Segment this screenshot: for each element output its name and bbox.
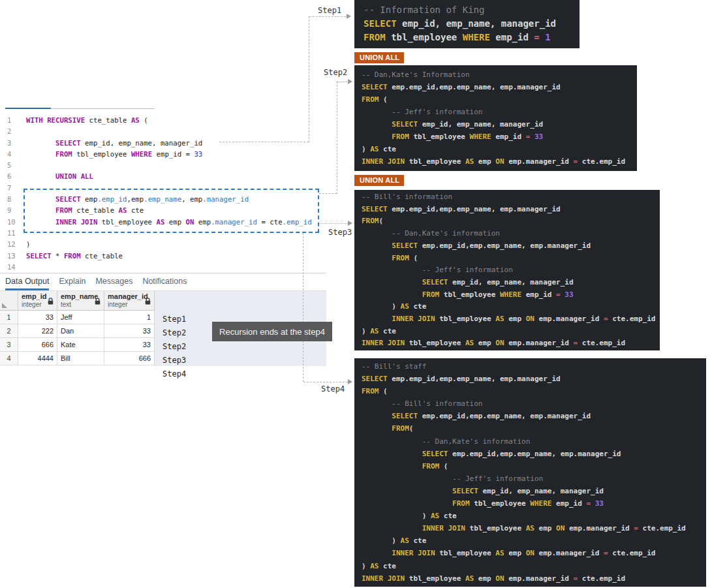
row-number-cell[interactable]: 3	[0, 338, 18, 352]
results-panel-border	[0, 273, 326, 273]
line-number: 12	[0, 239, 20, 250]
arrow-step4-icon	[348, 379, 352, 384]
code-line: SELECT emp_id, emp_name, manager_id	[362, 118, 637, 131]
data-cell[interactable]: 1	[104, 311, 155, 324]
column-header-emp_name[interactable]: emp_nametext	[57, 291, 104, 311]
code-line: SELECT emp.emp_id,emp.emp_name, emp.mana…	[362, 410, 706, 422]
grid-header: emp_idintegeremp_nametextmanager_idinteg…	[0, 291, 155, 311]
line-number: 10	[0, 217, 20, 228]
data-cell[interactable]: Dan	[57, 324, 104, 338]
data-cell[interactable]: 222	[18, 324, 57, 338]
step-label: Step3	[163, 354, 186, 367]
data-cell[interactable]: 4444	[18, 352, 57, 365]
editor-line	[26, 262, 326, 273]
code-line: ) AS cte	[362, 534, 706, 547]
code-line: SELECT emp_id, emp_name, manager_id	[364, 17, 580, 31]
editor-line	[26, 126, 326, 137]
code-line: FROM tbl_employee WHERE emp_id = 33	[362, 497, 706, 510]
code-line: SELECT emp.emp_id,emp.emp_name, emp.mana…	[362, 448, 706, 460]
row-number-cell[interactable]: 2	[0, 324, 18, 338]
line-number: 6	[0, 171, 20, 182]
code-line: ) AS cte	[362, 560, 706, 572]
code-line: -- Bill's information	[362, 397, 706, 410]
row-number-cell[interactable]: 4	[0, 352, 18, 365]
code-line: FROM (	[362, 460, 706, 472]
code-line: INNER JOIN tbl_employee AS emp ON emp.ma…	[362, 547, 706, 559]
editor-line: WITH RECURSIVE cte_table AS (	[26, 115, 326, 126]
tab-notifications[interactable]: Notifications	[142, 274, 187, 290]
line-number: 11	[0, 228, 20, 239]
results-tabs: Data OutputExplainMessagesNotifications	[0, 274, 326, 291]
connector-step2-v	[337, 82, 337, 194]
line-number: 13	[0, 251, 20, 262]
code-line: FROM (	[362, 93, 637, 106]
code-line: FROM (	[362, 385, 706, 397]
code-line: -- Jeff's information	[362, 472, 706, 485]
data-cell[interactable]: 33	[104, 338, 155, 352]
data-cell[interactable]: Bill	[57, 352, 104, 365]
line-number: 9	[0, 205, 20, 216]
lock-icon	[48, 298, 54, 305]
connector-step1-h1	[219, 142, 309, 142]
table-row[interactable]: 44444Bill666	[0, 352, 155, 365]
row-number-cell[interactable]: 1	[0, 311, 18, 324]
step-labels: Step1Step2Step2Step3Step4	[163, 313, 186, 381]
arrow-step3-icon	[348, 221, 352, 226]
tab-data-output[interactable]: Data Output	[5, 274, 49, 290]
code-line: ) AS cte	[362, 510, 706, 522]
code-line: INNER JOIN tbl_employee AS emp ON emp.ma…	[362, 337, 660, 350]
code-line: FROM tbl_employee WHERE emp_id = 33	[362, 131, 637, 143]
connector-step4-h	[303, 382, 348, 382]
connector-step1-h2	[309, 16, 346, 17]
code-line: SELECT emp_id, emp_name, manager_id	[362, 485, 706, 497]
data-cell[interactable]: 33	[104, 324, 155, 338]
code-line: -- Dan,Kate's Information	[362, 69, 637, 81]
code-line: SELECT emp_id, emp_name, manager_id	[362, 277, 660, 289]
code-line: SELECT emp.emp_id,emp.emp_name, emp.mana…	[362, 204, 660, 216]
connector-step4-v	[303, 233, 303, 382]
connector-label-step3: Step3	[328, 228, 352, 237]
code-line: ) AS cte	[362, 326, 660, 338]
corner-triangle-icon	[2, 303, 7, 308]
code-block-step2: -- Dan,Kate's InformationSELECT emp.emp_…	[354, 65, 637, 171]
column-header-manager_id[interactable]: manager_idinteger	[104, 291, 155, 311]
data-cell[interactable]: 666	[18, 338, 57, 352]
connector-label-step2: Step2	[324, 68, 347, 77]
column-header-emp_id[interactable]: emp_idinteger	[18, 291, 57, 311]
editor-line	[26, 160, 326, 171]
tab-messages[interactable]: Messages	[95, 274, 132, 290]
code-line: FROM (	[362, 253, 660, 265]
line-number: 7	[0, 183, 20, 194]
connector-label-step4: Step4	[321, 384, 345, 394]
code-line: INNER JOIN tbl_employee AS emp ON emp.ma…	[362, 522, 706, 534]
recursion-tooltip: Recursion ends at the step4	[212, 322, 332, 341]
data-cell[interactable]: 33	[18, 311, 57, 324]
union-all-badge-1: UNION ALL	[354, 52, 404, 63]
line-number: 1	[0, 115, 20, 126]
code-line: INNER JOIN tbl_employee AS emp ON emp.ma…	[362, 313, 660, 326]
tab-explain[interactable]: Explain	[59, 274, 85, 290]
canvas: 1234567891011121314 WITH RECURSIVE cte_t…	[0, 0, 712, 588]
code-line: -- Dan,Kate's information	[362, 228, 660, 240]
select-all-cell[interactable]	[0, 291, 18, 311]
line-number: 3	[0, 138, 20, 149]
code-line: ) AS cte	[362, 143, 637, 155]
code-block-step3: -- Bill's informationSELECT emp.emp_id,e…	[354, 190, 660, 350]
step-label: Step1	[163, 313, 186, 326]
data-cell[interactable]: 666	[104, 352, 155, 365]
table-row[interactable]: 133Jeff1	[0, 311, 155, 324]
editor-line: )	[26, 239, 326, 250]
code-line: FROM(	[362, 422, 706, 435]
data-cell[interactable]: Jeff	[57, 311, 104, 324]
code-line: -- Information of King	[364, 3, 580, 17]
step-label: Step2	[163, 340, 186, 354]
code-line: FROM(	[362, 215, 660, 228]
editor-top-border	[51, 108, 155, 109]
table-row[interactable]: 2222Dan33	[0, 324, 155, 338]
editor-line: SELECT emp_id, emp_name, manager_id	[26, 138, 326, 149]
data-cell[interactable]: Kate	[57, 338, 104, 352]
step-label: Step4	[163, 367, 186, 381]
code-line: ) AS cte	[362, 301, 660, 313]
table-row[interactable]: 3666Kate33	[0, 338, 155, 352]
connector-step3-h	[320, 223, 348, 224]
